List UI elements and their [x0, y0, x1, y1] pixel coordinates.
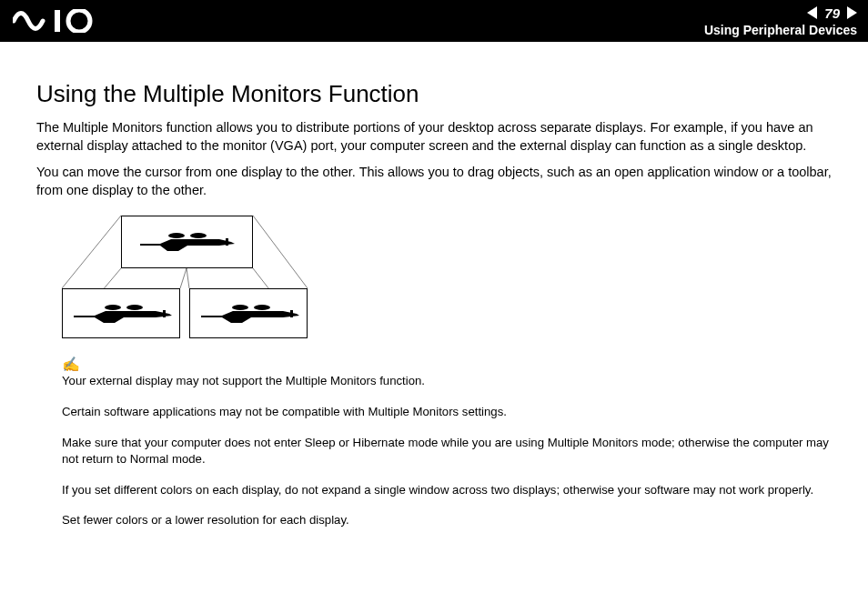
- intro-paragraph-2: You can move the cursor from one display…: [36, 164, 832, 199]
- note-2: Certain software applications may not be…: [62, 404, 832, 420]
- note-3: Make sure that your computer does not en…: [62, 435, 832, 467]
- svg-point-14: [232, 305, 248, 310]
- svg-point-8: [168, 233, 185, 238]
- section-title: Using Peripheral Devices: [704, 23, 857, 37]
- svg-point-11: [105, 305, 121, 310]
- header-right: 79 Using Peripheral Devices: [704, 5, 857, 37]
- note-icon: ✍: [62, 356, 832, 373]
- intro-paragraph-1: The Multiple Monitors function allows yo…: [36, 119, 832, 155]
- page-navigation: 79: [807, 5, 857, 21]
- note-4: If you set different colors on each disp…: [62, 482, 832, 498]
- monitor-combined: [121, 216, 253, 268]
- vaio-logo: [13, 9, 122, 33]
- svg-rect-0: [55, 10, 60, 32]
- header-bar: 79 Using Peripheral Devices: [0, 0, 868, 42]
- svg-line-4: [180, 268, 187, 288]
- svg-point-15: [254, 305, 270, 310]
- monitor-left: [62, 288, 180, 338]
- prev-page-arrow[interactable]: [807, 6, 817, 19]
- svg-rect-13: [163, 310, 166, 317]
- page-content: Using the Multiple Monitors Function The…: [0, 42, 868, 561]
- page-number: 79: [823, 5, 842, 21]
- notes-section: ✍ Your external display may not support …: [62, 356, 832, 528]
- multi-monitor-diagram: [62, 216, 308, 343]
- note-5: Set fewer colors or a lower resolution f…: [62, 512, 832, 528]
- next-page-arrow[interactable]: [847, 6, 857, 19]
- svg-line-6: [253, 216, 308, 288]
- svg-line-5: [187, 268, 189, 288]
- note-1: Your external display may not support th…: [62, 373, 832, 389]
- svg-point-1: [68, 10, 90, 32]
- page-title: Using the Multiple Monitors Function: [36, 80, 832, 108]
- svg-line-2: [62, 216, 121, 288]
- svg-point-12: [126, 305, 143, 310]
- svg-rect-16: [290, 310, 293, 317]
- monitor-right: [189, 288, 308, 338]
- svg-point-9: [190, 233, 207, 238]
- svg-rect-10: [226, 238, 228, 246]
